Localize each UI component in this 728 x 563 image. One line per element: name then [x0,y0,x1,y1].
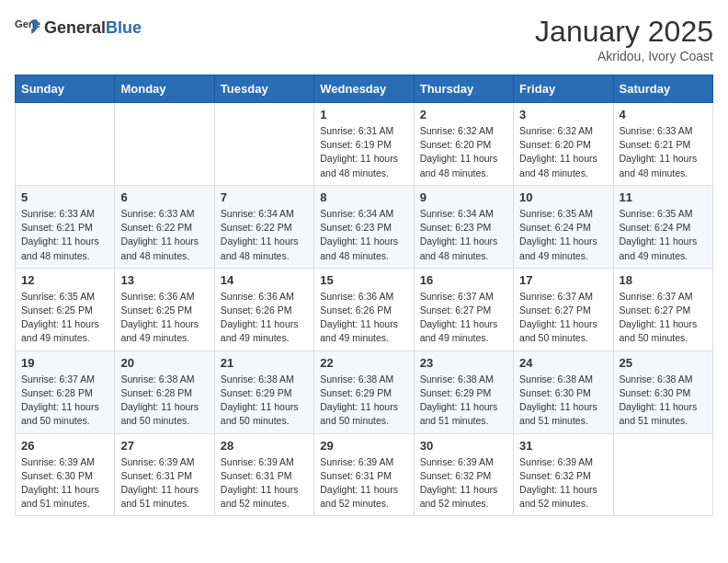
calendar-cell: 12 Sunrise: 6:35 AM Sunset: 6:25 PM Dayl… [16,268,115,350]
day-of-week-header: Sunday [16,75,115,103]
day-info: Sunrise: 6:37 AM Sunset: 6:28 PM Dayligh… [21,373,108,429]
sunrise-text: Sunrise: 6:33 AM [120,208,194,219]
sunset-text: Sunset: 6:27 PM [519,304,591,316]
day-info: Sunrise: 6:34 AM Sunset: 6:22 PM Dayligh… [221,207,308,263]
calendar-cell: 7 Sunrise: 6:34 AM Sunset: 6:22 PM Dayli… [214,185,313,268]
day-info: Sunrise: 6:34 AM Sunset: 6:23 PM Dayligh… [420,207,507,263]
day-info: Sunrise: 6:36 AM Sunset: 6:25 PM Dayligh… [120,290,208,346]
day-number: 6 [120,190,208,204]
daylight-text: Daylight: 11 hours and 48 minutes. [420,236,498,260]
sunrise-text: Sunrise: 6:39 AM [320,456,393,467]
day-number: 11 [620,190,707,204]
sunset-text: Sunset: 6:30 PM [21,470,93,481]
sunrise-text: Sunrise: 6:39 AM [221,456,294,467]
daylight-text: Daylight: 11 hours and 48 minutes. [320,153,398,178]
sunset-text: Sunset: 6:27 PM [420,304,492,316]
day-info: Sunrise: 6:39 AM Sunset: 6:31 PM Dayligh… [221,455,308,511]
sunset-text: Sunset: 6:29 PM [221,387,292,398]
day-number: 26 [21,439,108,453]
sunrise-text: Sunrise: 6:37 AM [519,291,593,302]
calendar-cell: 30 Sunrise: 6:39 AM Sunset: 6:32 PM Dayl… [414,433,513,516]
sunset-text: Sunset: 6:24 PM [519,222,591,233]
sunrise-text: Sunrise: 6:36 AM [320,291,393,302]
daylight-text: Daylight: 11 hours and 52 minutes. [320,484,398,509]
day-number: 19 [21,356,108,370]
daylight-text: Daylight: 11 hours and 52 minutes. [519,484,597,509]
sunrise-text: Sunrise: 6:38 AM [420,373,494,385]
day-number: 18 [620,273,707,287]
day-number: 27 [120,439,208,453]
sunset-text: Sunset: 6:23 PM [420,222,492,233]
day-number: 21 [221,356,308,370]
day-number: 14 [221,273,308,287]
calendar-cell: 19 Sunrise: 6:37 AM Sunset: 6:28 PM Dayl… [16,350,115,433]
sunrise-text: Sunrise: 6:38 AM [320,373,393,385]
day-number: 30 [420,439,507,453]
daylight-text: Daylight: 11 hours and 49 minutes. [519,236,597,260]
calendar-cell: 21 Sunrise: 6:38 AM Sunset: 6:29 PM Dayl… [214,350,313,433]
calendar-cell: 3 Sunrise: 6:32 AM Sunset: 6:20 PM Dayli… [514,103,613,186]
day-info: Sunrise: 6:38 AM Sunset: 6:29 PM Dayligh… [221,373,308,429]
daylight-text: Daylight: 11 hours and 51 minutes. [21,484,99,509]
sunset-text: Sunset: 6:20 PM [519,139,591,150]
day-number: 3 [519,108,607,121]
day-of-week-header: Friday [514,75,613,103]
sunset-text: Sunset: 6:30 PM [519,387,591,398]
sunrise-text: Sunrise: 6:32 AM [420,125,494,136]
day-info: Sunrise: 6:33 AM Sunset: 6:22 PM Dayligh… [120,207,208,263]
calendar-week-row: 19 Sunrise: 6:37 AM Sunset: 6:28 PM Dayl… [16,350,713,433]
daylight-text: Daylight: 11 hours and 48 minutes. [221,236,299,260]
day-number: 2 [420,108,507,121]
sunset-text: Sunset: 6:32 PM [519,470,591,481]
daylight-text: Daylight: 11 hours and 52 minutes. [420,484,498,509]
sunrise-text: Sunrise: 6:33 AM [620,125,693,136]
sunset-text: Sunset: 6:31 PM [120,470,192,481]
day-info: Sunrise: 6:36 AM Sunset: 6:26 PM Dayligh… [320,290,407,346]
daylight-text: Daylight: 11 hours and 48 minutes. [120,236,199,260]
sunset-text: Sunset: 6:23 PM [320,222,392,233]
sunrise-text: Sunrise: 6:39 AM [120,456,194,467]
calendar-cell [214,103,313,186]
calendar-cell: 5 Sunrise: 6:33 AM Sunset: 6:21 PM Dayli… [16,185,115,268]
calendar-week-row: 1 Sunrise: 6:31 AM Sunset: 6:19 PM Dayli… [16,103,713,186]
sunset-text: Sunset: 6:28 PM [120,387,192,398]
sunrise-text: Sunrise: 6:31 AM [320,125,393,136]
sunset-text: Sunset: 6:21 PM [620,139,691,150]
day-info: Sunrise: 6:35 AM Sunset: 6:25 PM Dayligh… [21,290,108,346]
sunrise-text: Sunrise: 6:36 AM [120,291,194,302]
daylight-text: Daylight: 11 hours and 48 minutes. [519,153,597,178]
daylight-text: Daylight: 11 hours and 51 minutes. [620,401,698,426]
title-block: January 2025 Akridou, Ivory Coast [535,15,713,63]
calendar-table: SundayMondayTuesdayWednesdayThursdayFrid… [15,75,713,516]
day-info: Sunrise: 6:39 AM Sunset: 6:30 PM Dayligh… [21,455,108,511]
sunrise-text: Sunrise: 6:38 AM [620,373,693,385]
daylight-text: Daylight: 11 hours and 51 minutes. [519,401,597,426]
sunrise-text: Sunrise: 6:37 AM [620,291,693,302]
daylight-text: Daylight: 11 hours and 49 minutes. [420,318,498,343]
page-header: Gene GeneralBlue January 2025 Akridou, I… [15,15,713,63]
daylight-text: Daylight: 11 hours and 50 minutes. [21,401,99,426]
calendar-cell: 26 Sunrise: 6:39 AM Sunset: 6:30 PM Dayl… [16,433,115,516]
day-info: Sunrise: 6:38 AM Sunset: 6:30 PM Dayligh… [620,373,707,429]
day-info: Sunrise: 6:36 AM Sunset: 6:26 PM Dayligh… [221,290,308,346]
daylight-text: Daylight: 11 hours and 49 minutes. [620,236,698,260]
day-info: Sunrise: 6:32 AM Sunset: 6:20 PM Dayligh… [420,124,507,180]
day-number: 4 [620,108,707,121]
calendar-week-row: 5 Sunrise: 6:33 AM Sunset: 6:21 PM Dayli… [16,185,713,268]
calendar-cell: 24 Sunrise: 6:38 AM Sunset: 6:30 PM Dayl… [514,350,613,433]
day-of-week-header: Monday [115,75,214,103]
daylight-text: Daylight: 11 hours and 50 minutes. [120,401,199,426]
day-info: Sunrise: 6:37 AM Sunset: 6:27 PM Dayligh… [620,290,707,346]
calendar-cell: 16 Sunrise: 6:37 AM Sunset: 6:27 PM Dayl… [414,268,513,350]
sunset-text: Sunset: 6:26 PM [221,304,292,316]
calendar-cell: 2 Sunrise: 6:32 AM Sunset: 6:20 PM Dayli… [414,103,513,186]
daylight-text: Daylight: 11 hours and 50 minutes. [519,318,597,343]
sunset-text: Sunset: 6:27 PM [620,304,691,316]
sunset-text: Sunset: 6:25 PM [21,304,93,316]
day-of-week-header: Saturday [613,75,712,103]
calendar-cell: 4 Sunrise: 6:33 AM Sunset: 6:21 PM Dayli… [613,103,712,186]
sunrise-text: Sunrise: 6:35 AM [519,208,593,219]
sunrise-text: Sunrise: 6:37 AM [420,291,494,302]
day-info: Sunrise: 6:38 AM Sunset: 6:29 PM Dayligh… [320,373,407,429]
day-number: 16 [420,273,507,287]
